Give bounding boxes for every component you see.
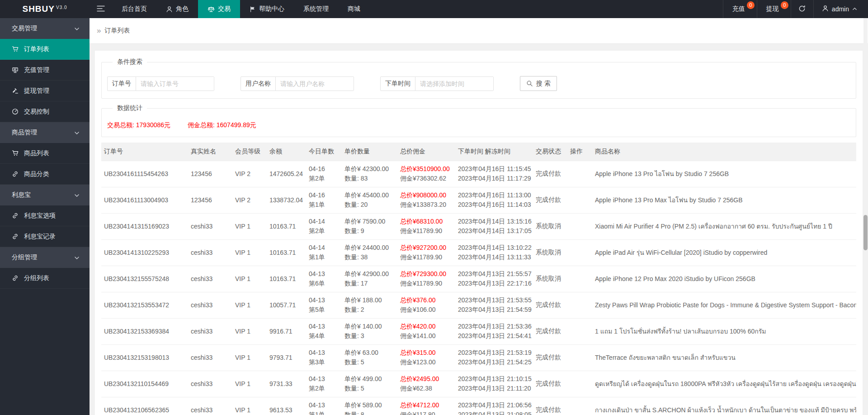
page-title: 订单列表 <box>104 27 130 35</box>
price-qty-cell: 单价¥ 140.00数量: 3 <box>342 318 397 344</box>
sidebar-group-利息宝[interactable]: 利息宝 <box>0 185 90 205</box>
sidebar-item-label: 交易控制 <box>24 108 49 116</box>
sidebar-item-交易控制[interactable]: 交易控制 <box>0 101 90 122</box>
unfreeze-time: 2023年04月16日 11:14:03 <box>458 200 530 210</box>
top-nav-item-交易[interactable]: 交易 <box>198 0 240 18</box>
action-cell <box>567 161 592 187</box>
unfreeze-time: 2023年04月13日 21:54:25 <box>458 358 530 367</box>
topbar-提现-button[interactable]: 提现0 <box>757 0 791 18</box>
link-icon <box>12 171 20 177</box>
sidebar-group-交易管理[interactable]: 交易管理 <box>0 18 90 39</box>
sidebar-item-分组列表[interactable]: 分组列表 <box>0 268 90 289</box>
column-header: 会员等级 <box>232 143 267 161</box>
real-name-cell: ceshi33 <box>188 239 232 266</box>
table-row: UB2304132155575248ceshi33VIP 110163.7104… <box>101 266 856 292</box>
vip-level-cell: VIP 2 <box>232 161 267 187</box>
today-orders-cell: 04-13第5单 <box>306 292 342 318</box>
sidebar-item-利息宝记录[interactable]: 利息宝记录 <box>0 226 90 247</box>
status-cell: 完成付款 <box>533 161 567 187</box>
status-cell: 完成付款 <box>533 292 567 318</box>
commission: 佣金¥123.00 <box>400 358 453 367</box>
quantity: 数量: 5 <box>344 384 395 393</box>
top-nav-item-角色[interactable]: 角色 <box>156 0 198 18</box>
cart-icon <box>12 150 20 157</box>
total-price: 总价¥729300.00 <box>400 269 453 279</box>
action-cell <box>567 187 592 213</box>
order-time-filter-label: 下单时间 <box>381 77 415 91</box>
quantity: 数量: 38 <box>344 253 395 262</box>
chevron-down-icon <box>74 26 80 33</box>
real-name-cell: ceshi33 <box>188 213 232 239</box>
unfreeze-time: 2023年04月16日 11:17:29 <box>458 174 530 183</box>
sidebar-group-商品管理[interactable]: 商品管理 <box>0 122 90 143</box>
quantity: 数量: 9 <box>344 226 395 236</box>
unfreeze-time: 2023年04月13日 21:54:41 <box>458 331 530 341</box>
sidebar-group-分组管理[interactable]: 分组管理 <box>0 247 90 268</box>
order-time-input[interactable] <box>415 77 493 91</box>
quantity: 数量: 8 <box>344 410 395 415</box>
product-name-cell: Apple iPad Air รุ่น WiFi-Cellular [2020]… <box>592 239 856 266</box>
sidebar-item-商品分类[interactable]: 商品分类 <box>0 164 90 185</box>
sidebar-item-label: 商品列表 <box>24 149 49 157</box>
scrollbar-thumb[interactable] <box>863 215 868 250</box>
column-header: 余额 <box>267 143 306 161</box>
table-row: UB2304161113004903123456VIP 21338732.040… <box>101 187 856 213</box>
column-header: 单价数量 <box>342 143 397 161</box>
sidebar-item-商品列表[interactable]: 商品列表 <box>0 143 90 164</box>
order-day: 04-14 <box>309 217 339 226</box>
username-input[interactable] <box>276 77 354 91</box>
sidebar-item-利息宝选项[interactable]: 利息宝选项 <box>0 205 90 226</box>
total-commission-cell: 总价¥2495.00佣金¥62.38 <box>397 371 455 397</box>
quantity: 数量: 2 <box>344 305 395 315</box>
balance-cell: 9793.71 <box>267 344 306 371</box>
product-name-cell: TheTerrace ถังขยะพลาสติก ขนาดเล็ก สำหรับ… <box>592 344 856 371</box>
top-nav: 后台首页角色交易帮助中心系统管理商城 <box>112 0 370 18</box>
orders-table: 订单号真实姓名会员等级余额今日单数单价数量总价佣金下单时间 解冻时间交易状态操作… <box>101 143 856 415</box>
sidebar-item-订单列表[interactable]: 订单列表 <box>0 39 90 60</box>
table-row: UB2304132153369384ceshi33VIP 19916.7104-… <box>101 318 856 344</box>
unit-price: 单价¥ 24400.00 <box>344 243 395 253</box>
real-name-cell: ceshi33 <box>188 266 232 292</box>
sidebar-toggle-button[interactable] <box>90 0 112 18</box>
refresh-button[interactable] <box>791 0 813 18</box>
today-orders-cell: 04-16第2单 <box>306 161 342 187</box>
column-header: 今日单数 <box>306 143 342 161</box>
top-nav-item-后台首页[interactable]: 后台首页 <box>112 0 156 18</box>
topbar-充值-button[interactable]: 充值0 <box>723 0 757 18</box>
chevron-down-icon <box>74 255 80 262</box>
order-time: 2023年04月13日 21:10:15 <box>458 374 530 384</box>
balance-cell: 10163.71 <box>267 266 306 292</box>
day-order-index: 第2单 <box>309 384 339 393</box>
topbar-button-label: 提现 <box>766 5 779 13</box>
link-icon <box>12 233 20 240</box>
column-header: 商品名称 <box>592 143 856 161</box>
sidebar-group-label: 商品管理 <box>12 129 37 137</box>
order-time: 2023年04月14日 13:15:16 <box>458 217 530 226</box>
real-name-cell: ceshi33 <box>188 397 232 415</box>
user-icon <box>166 6 173 13</box>
unit-price: 单价¥ 63.00 <box>344 348 395 358</box>
total-price: 总价¥420.00 <box>400 322 453 331</box>
time-cell: 2023年04月13日 21:53:552023年04月13日 21:54:59 <box>455 292 533 318</box>
table-row: UB2304132110154469ceshi33VIP 19731.3304-… <box>101 371 856 397</box>
order-no-input[interactable] <box>136 77 214 91</box>
gavel-icon <box>12 87 20 94</box>
search-button[interactable]: 搜 索 <box>520 76 557 91</box>
top-nav-item-系统管理[interactable]: 系统管理 <box>294 0 338 18</box>
day-order-index: 第1单 <box>309 200 339 210</box>
user-menu[interactable]: admin <box>813 0 868 18</box>
top-nav-item-商城[interactable]: 商城 <box>338 0 370 18</box>
product-name-cell: Xiaomi Mi Air Purifier 4 Pro (PM 2.5) เค… <box>592 213 856 239</box>
vip-level-cell: VIP 1 <box>232 397 267 415</box>
action-cell <box>567 213 592 239</box>
action-cell <box>567 397 592 415</box>
day-order-index: 第2单 <box>309 226 339 236</box>
day-order-index: 第1单 <box>309 410 339 415</box>
sidebar-item-充值管理[interactable]: 充值管理 <box>0 60 90 81</box>
sidebar-item-提现管理[interactable]: 提现管理 <box>0 81 90 101</box>
order-day: 04-13 <box>309 269 339 279</box>
order-time: 2023年04月13日 21:53:55 <box>458 296 530 305</box>
chevron-down-icon <box>74 130 80 137</box>
brand-version: V3.0 <box>56 5 67 10</box>
top-nav-item-帮助中心[interactable]: 帮助中心 <box>240 0 294 18</box>
